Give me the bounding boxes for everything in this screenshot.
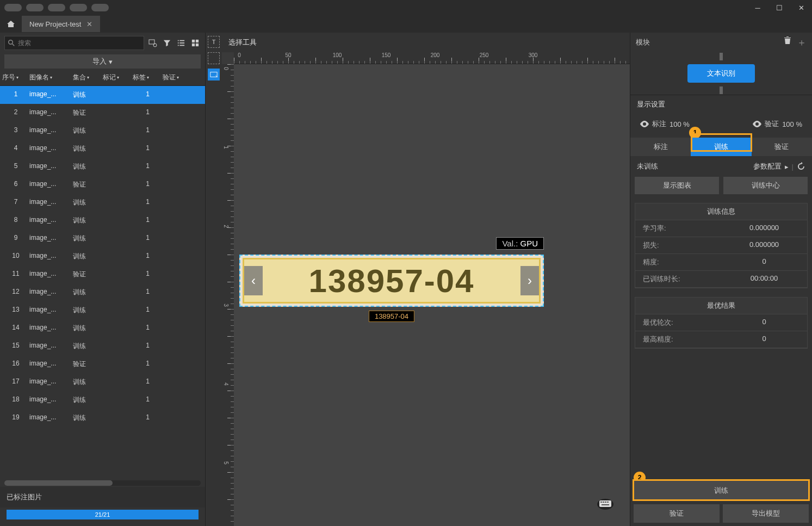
annotation-caption: 138957-04 <box>369 311 414 322</box>
best-result-panel: 最优结果 最优轮次:0最高精度:0 <box>635 297 808 349</box>
col-name[interactable]: 图像名▾ <box>29 73 73 82</box>
col-set[interactable]: 集合▾ <box>73 73 103 82</box>
svg-rect-21 <box>602 504 609 505</box>
left-panel: 导入 ▾ 序号▾ 图像名▾ 集合▾ 标记▾ 标签▾ 验证▾ 1image_...… <box>0 33 206 526</box>
viewport[interactable]: Val.: GPU ‹ 138957-04 › 138957-04 <box>234 64 630 526</box>
export-model-button[interactable]: 导出模型 <box>723 504 809 523</box>
validate-button[interactable]: 验证 <box>634 504 720 523</box>
table-row[interactable]: 7image_...训练1 <box>0 194 205 212</box>
search-field[interactable] <box>18 39 140 47</box>
right-panel: 模块 ＋ 文本识别 显示设置 标注 100 % 验证 100 % 1 <box>630 33 812 526</box>
home-button[interactable] <box>0 20 22 28</box>
subtab-train[interactable]: 训练 <box>691 138 751 156</box>
info-row: 损失:0.000000 <box>635 237 807 254</box>
project-tab[interactable]: New Project-test ✕ <box>22 16 100 32</box>
subtab-label[interactable]: 标注 <box>630 138 691 156</box>
col-val[interactable]: 验证▾ <box>163 73 193 82</box>
table-row[interactable]: 15image_...训练1 <box>0 337 205 355</box>
maximize-button[interactable]: ☐ <box>768 0 790 15</box>
svg-rect-13 <box>196 44 199 46</box>
train-info-title: 训练信息 <box>635 203 807 220</box>
table-row[interactable]: 6image_...验证1 <box>0 176 205 194</box>
table-row[interactable]: 9image_...训练1 <box>0 230 205 247</box>
col-tag[interactable]: 标签▾ <box>133 73 163 82</box>
svg-rect-16 <box>599 500 611 507</box>
search-icon <box>8 40 15 46</box>
svg-rect-5 <box>179 40 184 41</box>
image-selection[interactable]: Val.: GPU ‹ 138957-04 › 138957-04 <box>239 255 544 307</box>
h-scrollbar[interactable] <box>4 480 201 486</box>
svg-line-1 <box>13 44 15 46</box>
table-row[interactable]: 19image_...训练1 <box>0 409 205 427</box>
config-button[interactable]: 参数配置 <box>753 162 782 171</box>
toggle-validation-visibility[interactable]: 验证 100 % <box>753 119 802 129</box>
eye-icon <box>640 121 649 127</box>
table-row[interactable]: 1image_...训练1 <box>0 86 205 104</box>
prev-image-button[interactable]: ‹ <box>244 266 263 295</box>
tab-title: New Project-test <box>29 20 81 28</box>
minimize-button[interactable]: ─ <box>747 0 768 15</box>
module-chip[interactable]: 文本识别 <box>687 64 755 83</box>
menu-pill[interactable] <box>70 4 87 11</box>
table-row[interactable]: 3image_...训练1 <box>0 122 205 140</box>
train-status: 未训练 <box>637 162 658 171</box>
tab-close-icon[interactable]: ✕ <box>86 20 92 28</box>
marquee-tool[interactable] <box>208 52 220 64</box>
add-module-icon[interactable]: ＋ <box>797 36 807 49</box>
close-button[interactable]: ✕ <box>790 0 812 15</box>
train-info-panel: 训练信息 学习率:0.000000损失:0.000000精度:0已训练时长:00… <box>635 203 808 288</box>
image-search-icon[interactable] <box>147 38 158 48</box>
import-button[interactable]: 导入 ▾ <box>4 54 201 69</box>
canvas-toolbar-title: 选择工具 <box>222 33 630 52</box>
list-icon[interactable] <box>176 38 187 48</box>
eye-icon <box>753 121 761 127</box>
menu-pill[interactable] <box>4 4 22 11</box>
svg-rect-12 <box>192 44 195 46</box>
slot-top <box>630 52 812 61</box>
train-center-button[interactable]: 训练中心 <box>723 177 808 194</box>
info-row: 精度:0 <box>635 254 807 271</box>
table-row[interactable]: 2image_...验证1 <box>0 104 205 122</box>
svg-rect-7 <box>179 42 184 44</box>
table-row[interactable]: 5image_...训练1 <box>0 158 205 176</box>
next-image-button[interactable]: › <box>520 266 539 295</box>
keyboard-icon[interactable] <box>597 498 613 510</box>
table-row[interactable]: 12image_...训练1 <box>0 283 205 301</box>
svg-rect-9 <box>179 45 184 46</box>
search-input[interactable] <box>4 36 144 50</box>
svg-rect-20 <box>607 502 609 503</box>
menu-pill[interactable] <box>48 4 65 11</box>
train-button[interactable]: 训练 <box>634 480 809 501</box>
table-row[interactable]: 11image_...验证1 <box>0 265 205 283</box>
table-row[interactable]: 13image_...训练1 <box>0 301 205 319</box>
show-chart-button[interactable]: 显示图表 <box>635 177 719 194</box>
table-body: 1image_...训练12image_...验证13image_...训练14… <box>0 86 205 479</box>
select-tool[interactable] <box>208 69 220 81</box>
import-label: 导入 <box>92 57 107 66</box>
info-row: 学习率:0.000000 <box>635 220 807 237</box>
filter-icon[interactable] <box>162 38 172 48</box>
delete-module-icon[interactable] <box>784 36 791 49</box>
menu-pill[interactable] <box>91 4 109 11</box>
svg-point-3 <box>153 44 157 47</box>
text-tool[interactable]: T <box>208 36 220 48</box>
best-row: 最优轮次:0 <box>635 314 807 331</box>
toggle-annotation-visibility[interactable]: 标注 100 % <box>640 119 690 129</box>
table-row[interactable]: 17image_...训练1 <box>0 373 205 391</box>
svg-rect-2 <box>149 40 154 44</box>
table-row[interactable]: 14image_...训练1 <box>0 319 205 337</box>
table-row[interactable]: 4image_...训练1 <box>0 140 205 158</box>
subtab-validate[interactable]: 验证 <box>752 138 812 156</box>
col-index[interactable]: 序号▾ <box>2 73 29 82</box>
table-row[interactable]: 8image_...训练1 <box>0 212 205 230</box>
table-row[interactable]: 16image_...验证1 <box>0 355 205 373</box>
ruler-horizontal: 050100150200250300 <box>234 52 630 64</box>
table-row[interactable]: 10image_...训练1 <box>0 247 205 265</box>
history-icon[interactable] <box>797 162 805 171</box>
table-row[interactable]: 18image_...训练1 <box>0 391 205 409</box>
menu-pill[interactable] <box>26 4 44 11</box>
grid-icon[interactable] <box>190 38 201 48</box>
col-mark[interactable]: 标记▾ <box>103 73 133 82</box>
labeled-title: 已标注图片 <box>0 487 205 508</box>
svg-rect-10 <box>192 40 195 42</box>
